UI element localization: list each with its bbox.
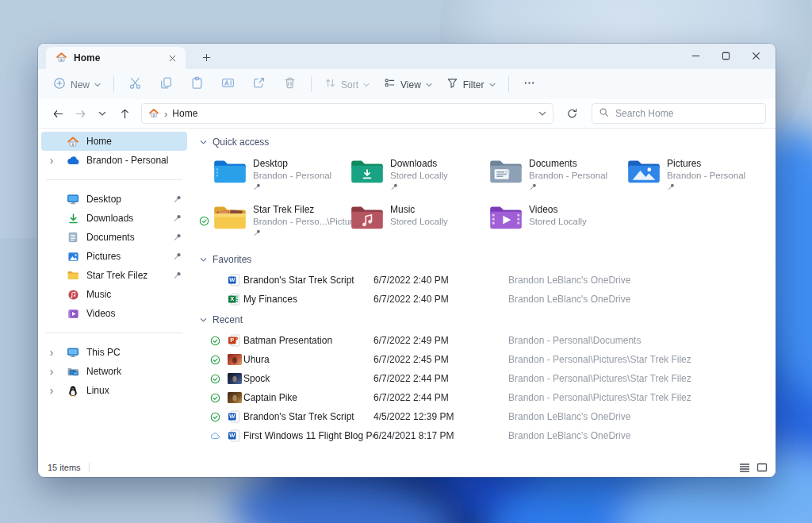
search-icon xyxy=(599,106,609,121)
tab-close-icon[interactable] xyxy=(165,51,179,65)
breadcrumb-segment-home[interactable]: Home xyxy=(172,108,197,119)
maximize-button[interactable] xyxy=(710,44,741,67)
quick-access-tiles: Desktop Brandon - Personal Downloads Sto… xyxy=(213,156,769,240)
minimize-button[interactable] xyxy=(680,44,710,67)
image-thumbnail xyxy=(228,373,243,384)
up-button[interactable] xyxy=(114,103,135,124)
share-button[interactable] xyxy=(243,72,274,96)
chevron-down-icon xyxy=(94,79,101,90)
sidebar-item-music[interactable]: Music xyxy=(41,285,187,304)
filter-button-label: Filter xyxy=(463,79,485,90)
word-file-icon: W xyxy=(228,429,243,442)
svg-text:W: W xyxy=(229,413,236,420)
file-date: 6/7/2022 2:45 PM xyxy=(373,354,508,365)
file-row[interactable]: W Brandon's Star Trek Script 6/7/2022 2:… xyxy=(200,271,769,290)
status-bar: 15 items xyxy=(38,460,776,477)
sidebar-item-linux[interactable]: › Linux xyxy=(41,381,187,400)
tile-desktop[interactable]: Desktop Brandon - Personal xyxy=(213,156,350,194)
address-bar: › Home xyxy=(38,99,776,129)
window-controls xyxy=(680,44,771,67)
tile-videos[interactable]: Videos Stored Locally xyxy=(488,202,626,240)
file-row[interactable]: P Batman Presentation 6/7/2022 2:49 PM B… xyxy=(200,331,769,350)
status-divider xyxy=(89,463,90,472)
sidebar-item-network[interactable]: › Network xyxy=(41,362,187,381)
new-button[interactable]: New xyxy=(46,73,108,96)
file-row[interactable]: W Brandon's Star Trek Script 4/5/2022 12… xyxy=(200,407,769,426)
favorites-list: W Brandon's Star Trek Script 6/7/2022 2:… xyxy=(200,271,769,309)
expand-chevron-icon[interactable]: › xyxy=(44,155,59,166)
sidebar-item-star-trek-filez[interactable]: Star Trek Filez xyxy=(41,266,187,285)
expand-chevron-icon[interactable]: › xyxy=(44,385,59,396)
plus-circle-icon xyxy=(53,77,66,92)
address-dropdown-chevron[interactable] xyxy=(538,108,546,119)
rename-button[interactable] xyxy=(213,72,243,96)
tab-title: Home xyxy=(74,52,100,63)
sort-button[interactable]: Sort xyxy=(317,73,377,95)
expand-chevron-icon[interactable]: › xyxy=(44,347,59,358)
chevron-down-icon xyxy=(200,137,207,148)
sidebar-item-home[interactable]: Home xyxy=(41,132,187,151)
tile-downloads[interactable]: Downloads Stored Locally xyxy=(350,156,488,194)
sync-status-check-icon xyxy=(210,374,228,384)
file-row[interactable]: W First Windows 11 Flight Blog Post 6/24… xyxy=(200,426,769,445)
tile-name: Pictures xyxy=(667,158,745,169)
folder-videos-icon xyxy=(488,202,523,240)
search-input[interactable] xyxy=(615,108,759,119)
more-options-button[interactable] xyxy=(515,73,544,95)
refresh-icon[interactable] xyxy=(561,103,582,124)
sidebar-item-pictures[interactable]: Pictures xyxy=(41,247,187,266)
sidebar-item-label: Music xyxy=(86,289,182,300)
section-header-recent[interactable]: Recent xyxy=(200,312,769,328)
file-row[interactable]: Spock 6/7/2022 2:44 PM Brandon - Persona… xyxy=(200,369,769,388)
close-button[interactable] xyxy=(741,44,771,67)
tile-sublabel: Stored Locally xyxy=(390,170,448,181)
sidebar-item-this-pc[interactable]: › This PC xyxy=(41,343,187,362)
sidebar-item-onedrive-personal[interactable]: › Brandon - Personal xyxy=(41,151,187,170)
folder-desktop-icon xyxy=(213,156,247,194)
file-row[interactable]: Uhura 6/7/2022 2:45 PM Brandon - Persona… xyxy=(200,350,769,369)
tile-name: Videos xyxy=(529,204,587,215)
sidebar-divider xyxy=(46,333,182,333)
sidebar-item-videos[interactable]: Videos xyxy=(41,304,187,323)
download-icon xyxy=(65,213,81,225)
onedrive-cloud-icon xyxy=(65,154,81,167)
file-name: Captain Pike xyxy=(243,392,373,403)
chevron-down-icon xyxy=(200,254,207,265)
delete-button[interactable] xyxy=(274,72,305,96)
cloud-status-icon xyxy=(210,431,228,441)
new-tab-button[interactable] xyxy=(197,48,216,67)
tile-music[interactable]: Music Stored Locally xyxy=(350,202,488,240)
search-field[interactable] xyxy=(592,103,766,124)
tile-name: Star Trek Filez xyxy=(253,204,362,215)
toolbar-divider xyxy=(508,76,509,92)
breadcrumb[interactable]: › Home xyxy=(141,103,553,124)
sidebar-item-desktop[interactable]: Desktop xyxy=(41,190,187,209)
expand-chevron-icon[interactable]: › xyxy=(44,366,59,377)
tile-name: Desktop xyxy=(253,158,331,169)
tab-home[interactable]: Home xyxy=(46,47,186,69)
paste-button[interactable] xyxy=(182,72,213,96)
section-header-favorites[interactable]: Favorites xyxy=(200,252,769,267)
tile-documents[interactable]: Documents Brandon - Personal xyxy=(488,156,626,194)
sidebar-item-downloads[interactable]: Downloads xyxy=(41,209,187,228)
chevron-down-icon xyxy=(200,314,207,325)
back-button[interactable] xyxy=(48,103,68,124)
file-row[interactable]: Captain Pike 6/7/2022 2:44 PM Brandon - … xyxy=(200,388,769,407)
file-location: Brandon LeBlanc's OneDrive xyxy=(508,294,769,305)
recent-locations-chevron[interactable] xyxy=(92,103,113,124)
tile-pictures[interactable]: Pictures Brandon - Personal xyxy=(626,156,765,194)
filter-button[interactable]: Filter xyxy=(439,73,503,95)
tile-name: Documents xyxy=(529,158,607,169)
view-button[interactable]: View xyxy=(377,73,439,95)
file-row[interactable]: X My Finances 6/7/2022 2:40 PM Brandon L… xyxy=(200,290,769,309)
copy-button[interactable] xyxy=(151,72,182,96)
section-header-quick-access[interactable]: Quick access xyxy=(200,134,769,150)
pictures-icon xyxy=(65,251,81,263)
large-icons-view-icon[interactable] xyxy=(756,463,768,472)
chevron-down-icon xyxy=(363,79,370,90)
details-view-icon[interactable] xyxy=(739,463,750,472)
forward-button[interactable] xyxy=(70,103,90,124)
sidebar-item-documents[interactable]: Documents xyxy=(41,228,187,247)
tile-star-trek-filez[interactable]: Star Trek Filez Brandon - Perso...\Pictu… xyxy=(213,202,350,240)
cut-button[interactable] xyxy=(120,72,151,96)
